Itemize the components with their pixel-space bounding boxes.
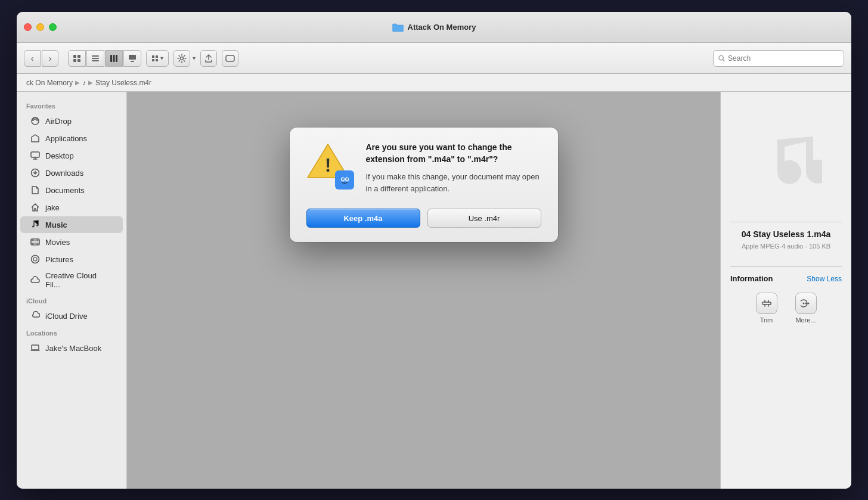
modal-icon-container: ! bbox=[306, 142, 354, 190]
tag-icon bbox=[225, 54, 235, 63]
svg-rect-6 bbox=[92, 60, 99, 61]
sidebar-item-creative-cloud[interactable]: Creative Cloud Fil... bbox=[20, 268, 123, 292]
svg-rect-2 bbox=[73, 59, 76, 62]
trim-button[interactable] bbox=[756, 293, 777, 314]
gear-icon bbox=[177, 54, 187, 63]
back-button[interactable]: ‹ bbox=[24, 50, 41, 67]
sidebar-item-desktop[interactable]: Desktop bbox=[20, 147, 123, 164]
svg-point-38 bbox=[802, 303, 804, 305]
finder-window: Attack On Memory ‹ › bbox=[17, 12, 851, 489]
icloud-icon bbox=[30, 310, 41, 321]
close-button[interactable] bbox=[24, 23, 32, 31]
desktop-label: Desktop bbox=[45, 151, 74, 160]
svg-rect-11 bbox=[131, 61, 134, 62]
home-icon bbox=[30, 202, 41, 213]
icloud-drive-label: iCloud Drive bbox=[45, 312, 88, 321]
creative-cloud-label: Creative Cloud Fil... bbox=[45, 271, 113, 289]
svg-point-40 bbox=[807, 303, 809, 305]
documents-label: Documents bbox=[45, 186, 85, 195]
maximize-button[interactable] bbox=[49, 23, 57, 31]
trim-icon bbox=[761, 298, 772, 309]
view-icon-button[interactable] bbox=[68, 50, 86, 67]
use-m4r-button[interactable]: Use .m4r bbox=[427, 209, 541, 228]
action-button[interactable] bbox=[173, 50, 190, 67]
breadcrumb-bar: ck On Memory ▶ ♪ ▶ Stay Useless.m4r bbox=[17, 74, 851, 92]
sidebar-item-movies[interactable]: Movies bbox=[20, 234, 123, 250]
sidebar-item-icloud-drive[interactable]: iCloud Drive bbox=[20, 308, 123, 324]
sidebar-item-airdrop[interactable]: AirDrop bbox=[20, 113, 123, 129]
sidebar-item-pictures[interactable]: Pictures bbox=[20, 251, 123, 268]
sidebar-item-music[interactable]: Music bbox=[20, 216, 123, 233]
window-controls bbox=[24, 23, 57, 31]
view-buttons bbox=[68, 50, 141, 67]
svg-text:!: ! bbox=[324, 154, 331, 176]
movies-label: Movies bbox=[45, 238, 70, 247]
tag-button[interactable] bbox=[222, 50, 238, 67]
sidebar-item-applications[interactable]: Applications bbox=[20, 130, 123, 147]
modal-title: Are you sure you want to change the exte… bbox=[366, 142, 541, 165]
nav-buttons: ‹ › bbox=[24, 50, 58, 67]
svg-rect-9 bbox=[116, 55, 117, 62]
svg-rect-10 bbox=[129, 55, 136, 60]
preview-filename-area: 04 Stay Useless 1.m4a Apple MPEG-4 audio… bbox=[730, 229, 842, 262]
preview-info-header: Information Show Less bbox=[730, 274, 842, 283]
preview-divider-bottom bbox=[730, 266, 842, 267]
svg-rect-14 bbox=[152, 59, 154, 61]
window-title: Attack On Memory bbox=[408, 23, 476, 32]
modal-overlay: ! bbox=[127, 92, 720, 489]
svg-point-23 bbox=[36, 225, 38, 226]
preview-actions: Trim More... bbox=[756, 293, 817, 324]
search-input[interactable] bbox=[728, 54, 839, 63]
svg-rect-13 bbox=[156, 55, 158, 58]
svg-rect-0 bbox=[73, 55, 76, 58]
breadcrumb-music-icon: ♪ bbox=[82, 79, 86, 87]
applications-label: Applications bbox=[45, 134, 87, 143]
favorites-header: Favorites bbox=[17, 98, 126, 112]
breadcrumb-label-1: ck On Memory bbox=[26, 79, 73, 87]
toolbar: ‹ › bbox=[17, 43, 851, 74]
sidebar-item-jake[interactable]: jake bbox=[20, 199, 123, 216]
titlebar: Attack On Memory bbox=[17, 12, 851, 43]
breadcrumb-item-2[interactable]: ♪ bbox=[82, 79, 86, 87]
breadcrumb-label-3: Stay Useless.m4r bbox=[95, 79, 151, 87]
forward-button[interactable]: › bbox=[42, 50, 58, 67]
finder-mini-icon bbox=[335, 170, 354, 190]
view-column-button[interactable] bbox=[105, 50, 123, 67]
group-button[interactable]: ▾ bbox=[146, 50, 169, 67]
music-icon bbox=[30, 219, 41, 230]
search-bar[interactable] bbox=[713, 50, 844, 67]
svg-point-35 bbox=[343, 178, 343, 179]
view-list-button[interactable] bbox=[86, 50, 104, 67]
modal-body: ! bbox=[306, 142, 541, 194]
more-icon bbox=[801, 298, 811, 309]
share-button[interactable] bbox=[200, 50, 217, 67]
minimize-button[interactable] bbox=[36, 23, 44, 31]
trim-action: Trim bbox=[756, 293, 777, 324]
downloads-icon bbox=[30, 167, 41, 178]
sidebar: Favorites AirDrop Applications Desktop bbox=[17, 92, 127, 489]
svg-point-16 bbox=[181, 57, 184, 60]
show-less-button[interactable]: Show Less bbox=[807, 275, 842, 283]
gallery-icon bbox=[128, 54, 137, 63]
music-note-preview bbox=[751, 128, 822, 199]
svg-rect-1 bbox=[78, 55, 80, 58]
more-button[interactable] bbox=[795, 293, 817, 314]
preview-info-title: Information bbox=[730, 274, 773, 283]
sidebar-item-documents[interactable]: Documents bbox=[20, 182, 123, 198]
keep-m4a-button[interactable]: Keep .m4a bbox=[306, 209, 420, 228]
view-gallery-button[interactable] bbox=[123, 50, 141, 67]
breadcrumb-item-1[interactable]: ck On Memory bbox=[26, 79, 73, 87]
music-note-large-icon bbox=[751, 128, 822, 199]
svg-point-36 bbox=[347, 178, 348, 179]
preview-filename: 04 Stay Useless 1.m4a bbox=[730, 229, 842, 239]
svg-rect-8 bbox=[113, 55, 115, 62]
sidebar-item-downloads[interactable]: Downloads bbox=[20, 164, 123, 181]
more-label: More... bbox=[795, 316, 816, 324]
breadcrumb-item-3[interactable]: Stay Useless.m4r bbox=[95, 79, 151, 87]
macbook-icon bbox=[30, 343, 41, 353]
music-label: Music bbox=[45, 221, 67, 229]
preview-meta: Apple MPEG-4 audio - 105 KB bbox=[730, 243, 842, 250]
svg-point-26 bbox=[33, 257, 37, 261]
breadcrumb-arrow-1: ▶ bbox=[75, 79, 80, 86]
sidebar-item-jakes-macbook[interactable]: Jake's MacBook bbox=[20, 340, 123, 356]
